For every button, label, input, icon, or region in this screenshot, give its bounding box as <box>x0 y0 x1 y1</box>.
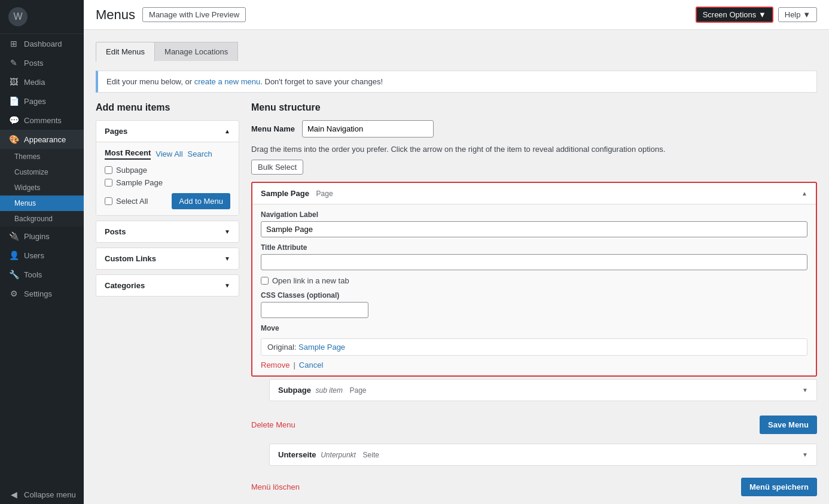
posts-accordion: Posts ▼ <box>96 221 239 243</box>
title-attribute-input[interactable] <box>261 254 807 270</box>
subpage-checkbox[interactable] <box>105 166 112 174</box>
pages-accordion: Pages ▲ Most Recent View All Search Subp… <box>96 120 239 216</box>
subpage-header[interactable]: Subpage sub item Page ▼ <box>270 380 816 401</box>
navigation-label-input[interactable] <box>261 221 807 237</box>
settings-icon: ⚙ <box>8 289 19 298</box>
add-to-menu-button[interactable]: Add to Menu <box>172 193 230 209</box>
tab-search-pages[interactable]: Search <box>188 148 212 160</box>
sidebar-item-comments[interactable]: 💬 Comments <box>0 111 84 130</box>
notice-bar: Edit your menu below, or create a new me… <box>96 71 817 93</box>
pages-icon: 📄 <box>8 96 19 106</box>
css-classes-row: CSS Classes (optional) <box>261 291 807 318</box>
pages-accordion-header[interactable]: Pages ▲ <box>96 121 239 142</box>
move-label: Move <box>261 324 807 332</box>
topbar-right: Screen Options ▼ Help ▼ <box>696 7 817 23</box>
subpage-item-title: Subpage sub item Page <box>278 386 367 395</box>
delete-menu-link2[interactable]: Menü löschen <box>251 482 300 491</box>
sidebar-item-background[interactable]: Background <box>0 211 84 227</box>
unterseite-subtitle: Unterpunkt <box>321 451 356 459</box>
drag-hint: Drag the items into the order you prefer… <box>251 145 817 154</box>
sample-page-collapse-arrow[interactable]: ▲ <box>801 190 807 197</box>
sidebar-item-posts[interactable]: ✎ Posts <box>0 53 84 72</box>
pages-footer: Select All Add to Menu <box>105 193 230 209</box>
sample-page-item-title: Sample Page Page <box>261 189 333 198</box>
bulk-select-button[interactable]: Bulk Select <box>251 160 303 175</box>
sidebar-item-dashboard[interactable]: ⊞ Dashboard <box>0 34 84 53</box>
navigation-label-row: Navigation Label <box>261 210 807 237</box>
save-menu-button[interactable]: Save Menu <box>760 416 817 434</box>
menu-structure-title: Menu structure <box>251 102 817 113</box>
sidebar-item-pages[interactable]: 📄 Pages <box>0 91 84 111</box>
sidebar-item-collapse[interactable]: ◀ Collapse menu <box>0 485 84 504</box>
help-button[interactable]: Help ▼ <box>778 7 817 22</box>
subpage-expand-arrow[interactable]: ▼ <box>802 387 808 393</box>
pages-accordion-body: Most Recent View All Search Subpage Samp… <box>96 142 239 215</box>
subpage-menu-item: Subpage sub item Page ▼ <box>269 379 817 401</box>
sidebar: W ⊞ Dashboard ✎ Posts 🖼 Media 📄 Pages 💬 … <box>0 0 84 504</box>
save-menu-button2[interactable]: Menü speichern <box>741 478 817 496</box>
pages-item-subpage: Subpage <box>105 166 230 175</box>
categories-accordion-header[interactable]: Categories ▼ <box>96 275 239 296</box>
notice-text-before: Edit your menu below, or <box>106 77 194 86</box>
posts-icon: ✎ <box>8 58 19 68</box>
sidebar-item-widgets[interactable]: Widgets <box>0 180 84 196</box>
sidebar-item-plugins[interactable]: 🔌 Plugins <box>0 227 84 246</box>
custom-links-accordion-header[interactable]: Custom Links ▼ <box>96 248 239 269</box>
categories-accordion: Categories ▼ <box>96 274 239 297</box>
menu-name-row: Menu Name <box>251 120 817 138</box>
action-separator: | <box>293 361 295 369</box>
sidebar-item-appearance[interactable]: 🎨 Appearance <box>0 130 84 149</box>
dashboard-icon: ⊞ <box>8 39 19 48</box>
menu-tabs: Edit Menus Manage Locations <box>96 42 817 61</box>
topbar-left: Menus Manage with Live Preview <box>96 7 246 23</box>
subpage-label: Subpage <box>116 166 147 175</box>
unterseite-header[interactable]: Unterseite Unterpunkt Seite ▼ <box>270 444 816 465</box>
sidebar-item-themes[interactable]: Themes <box>0 149 84 164</box>
notice-text-after: . Don't forget to save your changes! <box>260 77 383 86</box>
live-preview-button[interactable]: Manage with Live Preview <box>142 7 246 22</box>
css-classes-input[interactable] <box>261 302 368 318</box>
unterseite-item-title: Unterseite Unterpunkt Seite <box>278 450 379 459</box>
tab-edit-menus[interactable]: Edit Menus <box>96 42 155 62</box>
sidebar-item-users[interactable]: 👤 Users <box>0 246 84 265</box>
media-icon: 🖼 <box>8 77 19 87</box>
create-menu-link[interactable]: create a new menu <box>194 77 261 86</box>
tab-manage-locations[interactable]: Manage Locations <box>155 42 238 61</box>
sidebar-item-menus[interactable]: Menus <box>0 196 84 211</box>
subpage-subtitle: sub item <box>316 386 343 395</box>
posts-accordion-header[interactable]: Posts ▼ <box>96 221 239 242</box>
original-label: Original: <box>267 343 296 352</box>
collapse-icon: ◀ <box>8 490 19 499</box>
delete-menu-link[interactable]: Delete Menu <box>251 420 295 429</box>
cancel-link[interactable]: Cancel <box>299 361 323 369</box>
sidebar-item-tools[interactable]: 🔧 Tools <box>0 265 84 284</box>
unterseite-expand-arrow[interactable]: ▼ <box>802 451 808 458</box>
add-menu-panel: Add menu items Pages ▲ Most Recent View … <box>96 102 239 301</box>
tab-view-all[interactable]: View All <box>156 148 182 160</box>
bottom-bar2: Menü löschen Menü speichern <box>251 471 817 503</box>
sidebar-bottom: ◀ Collapse menu <box>0 485 84 504</box>
pages-collapse-arrow: ▲ <box>224 128 230 135</box>
sample-page-header[interactable]: Sample Page Page ▲ <box>252 183 816 204</box>
screen-options-button[interactable]: Screen Options ▼ <box>696 7 773 23</box>
sidebar-item-customize[interactable]: Customize <box>0 164 84 180</box>
original-link[interactable]: Sample Page <box>298 343 345 352</box>
topbar: Menus Manage with Live Preview Screen Op… <box>84 0 829 30</box>
menu-name-input[interactable] <box>302 120 434 138</box>
content-area: Edit Menus Manage Locations Edit your me… <box>84 30 829 504</box>
sample-page-body: Navigation Label Title Attribute Open li… <box>252 204 816 375</box>
sidebar-item-settings[interactable]: ⚙ Settings <box>0 284 84 303</box>
sidebar-item-media[interactable]: 🖼 Media <box>0 72 84 91</box>
open-new-tab-checkbox[interactable] <box>261 277 269 285</box>
sidebar-logo: W <box>0 0 84 34</box>
navigation-label-label: Navigation Label <box>261 210 807 219</box>
appearance-submenu: Themes Customize Widgets Menus Backgroun… <box>0 149 84 227</box>
sample-page-checkbox[interactable] <box>105 179 112 187</box>
select-all-checkbox[interactable] <box>105 197 112 205</box>
tab-most-recent[interactable]: Most Recent <box>105 148 151 160</box>
pages-item-sample: Sample Page <box>105 178 230 187</box>
help-arrow: ▼ <box>803 10 810 19</box>
remove-link[interactable]: Remove <box>261 361 289 369</box>
pages-tabs: Most Recent View All Search <box>105 148 230 160</box>
menu-structure-panel: Menu structure Menu Name Drag the items … <box>251 102 817 503</box>
